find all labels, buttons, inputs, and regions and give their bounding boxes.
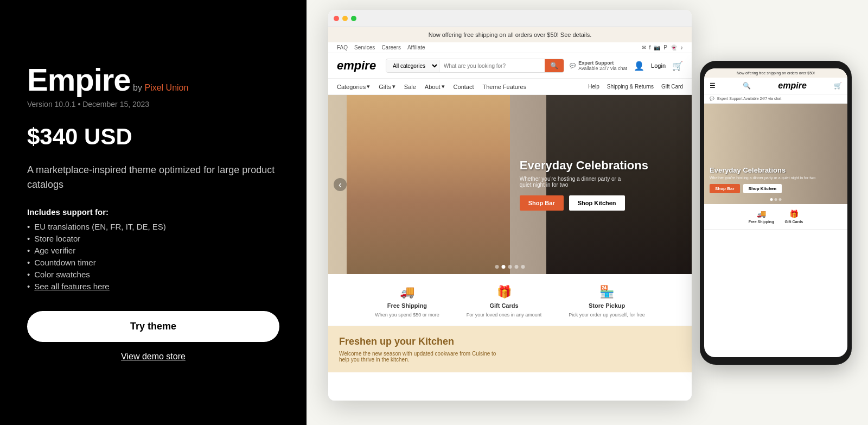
hero-dot-3[interactable] xyxy=(508,265,512,269)
promo-title: Freshen up your Kitchen xyxy=(339,336,681,347)
cart-icon[interactable]: 🛒 xyxy=(672,61,683,71)
mobile-truck-icon: 🚚 xyxy=(757,210,766,218)
mobile-shop-bar-button[interactable]: Shop Bar xyxy=(710,184,740,193)
pinterest-icon[interactable]: P xyxy=(663,45,667,50)
description: A marketplace-inspired theme optimized f… xyxy=(27,163,279,192)
browser-dot-green xyxy=(351,16,356,21)
mobile-hero: Everyday Celebrations Whether you're hos… xyxy=(704,104,847,204)
hero-dot-5[interactable] xyxy=(521,265,525,269)
by-text: by xyxy=(133,83,142,92)
mobile-dot-2[interactable] xyxy=(775,198,777,201)
shop-kitchen-button[interactable]: Shop Kitchen xyxy=(569,195,625,211)
nav-help[interactable]: Help xyxy=(588,84,599,90)
hero-person-left xyxy=(347,95,510,274)
browser-dot-red xyxy=(334,16,339,21)
shop-bar-button[interactable]: Shop Bar xyxy=(520,195,564,211)
mobile-hero-content: Everyday Celebrations Whether you're hos… xyxy=(710,166,842,193)
hero-dot-4[interactable] xyxy=(515,265,519,269)
feature-free-shipping: 🚚 Free Shipping When you spend $50 or mo… xyxy=(375,285,439,318)
nav-gifts[interactable]: Gifts ▾ xyxy=(379,83,395,90)
mobile-mockup: Now offering free shipping on orders ove… xyxy=(700,61,852,365)
author-link[interactable]: Pixel Union xyxy=(144,83,188,92)
mobile-cart-icon[interactable]: 🛒 xyxy=(834,82,842,90)
nav-about[interactable]: About ▾ xyxy=(425,83,445,90)
mobile-topbar: ☰ 🔍 empire 🛒 xyxy=(704,78,847,94)
by-line: by Pixel Union xyxy=(133,83,188,92)
instagram-icon[interactable]: 📷 xyxy=(654,45,660,50)
mobile-search-bar-icon[interactable]: 🔍 xyxy=(743,82,751,90)
mobile-chat-icon: 💬 xyxy=(710,97,714,101)
list-item: Store locator xyxy=(27,234,279,243)
hero-section: ‹ Everyday Celebrations Whether you're h… xyxy=(328,95,692,274)
see-all-features-link[interactable]: See all features here xyxy=(34,282,109,291)
store-icon: 🏪 xyxy=(599,285,614,299)
utility-careers[interactable]: Careers xyxy=(381,45,401,50)
utility-services[interactable]: Services xyxy=(354,45,375,50)
mobile-shipping-label: Free Shipping xyxy=(749,220,774,224)
mobile-gift-icon: 🎁 xyxy=(789,210,799,218)
mobile-features-row: 🚚 Free Shipping 🎁 Gift Cards xyxy=(704,204,847,230)
mobile-feature-gift: 🎁 Gift Cards xyxy=(784,210,803,224)
mobile-hero-buttons: Shop Bar Shop Kitchen xyxy=(710,184,842,193)
tiktok-icon[interactable]: ♪ xyxy=(680,45,683,50)
left-panel: Empire by Pixel Union Version 10.0.1 • D… xyxy=(0,0,307,425)
search-input[interactable] xyxy=(439,60,545,72)
mobile-screen: Now offering free shipping on orders ove… xyxy=(704,68,847,357)
utility-nav-right: ✉ f 📷 P 👻 ♪ xyxy=(642,45,683,50)
nav-theme-features[interactable]: Theme Features xyxy=(483,84,527,90)
header-actions: 💬 Expert Support Available 24/7 via chat… xyxy=(570,60,683,71)
category-dropdown[interactable]: All categories xyxy=(386,60,439,72)
utility-affiliate[interactable]: Affiliate xyxy=(407,45,425,50)
truck-icon: 🚚 xyxy=(400,285,414,299)
hero-buttons: Shop Bar Shop Kitchen xyxy=(520,195,648,211)
feature-shipping-label: Free Shipping xyxy=(387,302,427,309)
support-chat-icon: 💬 xyxy=(570,63,576,68)
hero-dot-1[interactable] xyxy=(495,265,499,269)
features-row: 🚚 Free Shipping When you spend $50 or mo… xyxy=(328,274,692,326)
mobile-expert-support: 💬 Expert Support Available 24/7 via chat xyxy=(704,94,847,104)
feature-gift-label: Gift Cards xyxy=(489,302,518,309)
nav-giftcard[interactable]: Gift Card xyxy=(661,84,683,90)
price: $340 USD xyxy=(27,124,279,150)
utility-faq[interactable]: FAQ xyxy=(337,45,348,50)
list-item: Countdown timer xyxy=(27,258,279,267)
mobile-hero-dots xyxy=(770,198,782,201)
version-info: Version 10.0.1 • December 15, 2023 xyxy=(27,100,279,109)
nav-shipping[interactable]: Shipping & Returns xyxy=(607,84,654,90)
mobile-shop-kitchen-button[interactable]: Shop Kitchen xyxy=(743,184,782,193)
mobile-logo[interactable]: empire xyxy=(778,81,806,91)
gift-icon: 🎁 xyxy=(497,285,512,299)
hero-prev-button[interactable]: ‹ xyxy=(334,178,347,191)
list-item: EU translations (EN, FR, IT, DE, ES) xyxy=(27,222,279,231)
facebook-icon[interactable]: f xyxy=(649,45,651,50)
expert-support-sub: Available 24/7 via chat xyxy=(578,66,627,71)
store-content: Now offering free shipping on all orders… xyxy=(328,27,692,401)
store-header: empire All categories 🔍 💬 Expert Support… xyxy=(328,53,692,79)
promo-desc: Welcome the new season with updated cook… xyxy=(339,351,502,363)
store-logo[interactable]: empire xyxy=(337,59,380,73)
expert-support: 💬 Expert Support Available 24/7 via chat xyxy=(570,60,627,71)
hero-content: Everyday Celebrations Whether you're hos… xyxy=(520,158,648,211)
browser-dot-yellow xyxy=(342,16,348,21)
browser-mockup: Now offering free shipping on all orders… xyxy=(328,10,692,401)
nav-categories[interactable]: Categories ▾ xyxy=(337,83,370,90)
promo-banner: Freshen up your Kitchen Welcome the new … xyxy=(328,326,692,372)
feature-pickup-desc: Pick your order up yourself, for free xyxy=(569,312,645,318)
mobile-menu-icon[interactable]: ☰ xyxy=(710,82,716,90)
login-label[interactable]: Login xyxy=(651,62,666,69)
search-bar: All categories 🔍 xyxy=(386,59,564,73)
announcement-bar: Now offering free shipping on all orders… xyxy=(328,27,692,42)
email-icon[interactable]: ✉ xyxy=(642,45,646,50)
mobile-dot-1[interactable] xyxy=(770,198,773,201)
view-demo-link[interactable]: View demo store xyxy=(27,352,279,361)
login-icon: 👤 xyxy=(634,61,644,71)
snapchat-icon[interactable]: 👻 xyxy=(671,45,677,50)
hero-dot-2[interactable] xyxy=(502,265,506,269)
try-theme-button[interactable]: Try theme xyxy=(27,311,279,342)
mobile-dot-3[interactable] xyxy=(779,198,782,201)
list-item-seeall[interactable]: See all features here xyxy=(27,282,279,291)
nav-sale[interactable]: Sale xyxy=(404,84,416,90)
theme-title: Empire xyxy=(27,62,131,97)
nav-contact[interactable]: Contact xyxy=(454,84,474,90)
search-button[interactable]: 🔍 xyxy=(545,59,564,72)
